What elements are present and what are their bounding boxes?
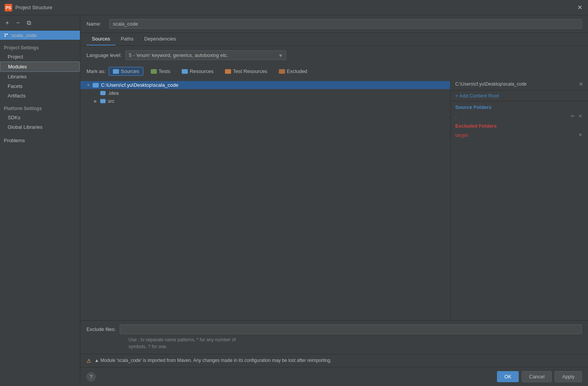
mark-as-excluded-button[interactable]: Excluded [275,67,311,76]
root-folder-icon [93,83,99,88]
svg-rect-2 [7,34,8,35]
project-settings-label: Project Settings [0,40,80,52]
language-row: Language level: 5 - 'enum' keyword, gene… [80,46,588,65]
info-header: C:\Users\cf.yu\Desktop\scala_code ✕ [451,78,588,91]
src-folder-icon [100,99,106,103]
warning-text: ▲ Module 'scala_code' is imported from M… [94,357,331,364]
tree-idea-name: .idea [108,90,119,96]
exclude-files-label: Exclude files: [86,326,116,332]
svg-rect-1 [5,34,6,35]
source-folders-title: Source Folders [455,104,583,110]
mark-as-row: Mark as: Sources Tests Resources Test Re… [80,65,588,78]
right-info-panel: C:\Users\cf.yu\Desktop\scala_code ✕ + Ad… [450,78,588,320]
app-icon: PS [5,4,12,11]
tree-src-name: src [108,98,114,104]
project-structure-window: PS Project Structure ✕ + − ⧉ [0,0,588,386]
file-tree: ▼ C:\Users\cf.yu\Desktop\scala_code .ide… [80,78,450,320]
main-content: + − ⧉ scala_code Project Settings Projec… [0,15,588,386]
source-folder-actions: ✏ ✕ [570,113,583,119]
name-input[interactable] [109,19,582,29]
exclude-files-row: Exclude files: [86,324,582,334]
tree-collapse-arrow: ▼ [86,83,91,88]
copy-module-button[interactable]: ⧉ [24,19,33,27]
source-folder-remove-button[interactable]: ✕ [577,113,583,119]
add-content-root-button[interactable]: + Add Content Root [451,91,588,101]
titlebar: PS Project Structure ✕ [0,0,588,15]
sidebar: + − ⧉ scala_code Project Settings Projec… [0,15,80,386]
module-item-scala-code[interactable]: scala_code [0,31,80,40]
help-button[interactable]: ? [86,372,96,381]
sidebar-item-problems[interactable]: Problems [0,136,80,145]
resources-folder-icon [182,69,188,74]
name-label: Name: [86,21,106,27]
info-panel-close-button[interactable]: ✕ [579,81,583,87]
excluded-folder-remove-button[interactable]: ✕ [577,132,583,138]
mark-as-resources-button[interactable]: Resources [178,67,218,76]
tree-root-path: C:\Users\cf.yu\Desktop\scala_code [101,82,178,88]
exclude-files-hint: Use ; to separate name patterns, * for a… [86,336,582,350]
warning-row: ⚠ ▲ Module 'scala_code' is imported from… [80,354,588,367]
sidebar-item-libraries[interactable]: Libraries [0,72,80,81]
sources-folder-icon [113,69,119,74]
tree-spacer [94,90,99,96]
language-label: Language level: [86,52,122,58]
mark-as-tests-button[interactable]: Tests [147,67,174,76]
excluded-folders-title: Excluded Folders [455,123,583,129]
module-name: scala_code [11,32,37,38]
idea-folder-icon [100,91,106,95]
source-folder-edit-button[interactable]: ✏ [570,113,576,119]
sidebar-item-global-libraries[interactable]: Global Libraries [0,122,80,132]
language-select-wrapper: 5 - 'enum' keyword, generics, autoboxing… [125,50,286,60]
close-button[interactable]: ✕ [576,4,583,11]
name-row: Name: [80,15,588,33]
sidebar-item-modules[interactable]: Modules [0,62,80,72]
apply-button[interactable]: Apply [555,371,582,382]
window-title: Project Structure [15,5,576,10]
tab-dependencies[interactable]: Dependencies [139,33,181,45]
svg-rect-0 [4,33,8,37]
tree-item-root[interactable]: ▼ C:\Users\cf.yu\Desktop\scala_code [80,81,450,89]
excluded-folder-path: target [455,132,468,138]
mark-as-label: Mark as: [86,68,106,74]
source-folders-section: Source Folders . ✏ ✕ Excluded Folders ta… [451,101,588,142]
svg-rect-3 [5,36,6,37]
tree-item-src[interactable]: ▶ src [80,97,450,105]
footer: ? OK Cancel Apply [80,367,588,386]
excluded-folder-icon [279,69,285,74]
right-panel: Name: Sources Paths Dependencies Languag… [80,15,588,386]
sidebar-item-project[interactable]: Project [0,52,80,62]
tree-src-arrow: ▶ [94,99,99,104]
language-level-select[interactable]: 5 - 'enum' keyword, generics, autoboxing… [125,50,286,60]
platform-settings-label: Platform Settings [0,101,80,113]
mark-as-sources-button[interactable]: Sources [109,67,143,76]
info-panel-path: C:\Users\cf.yu\Desktop\scala_code [455,81,527,87]
tab-sources[interactable]: Sources [86,33,116,45]
warning-icon: ⚠ [86,358,91,364]
sidebar-toolbar: + − ⧉ [0,15,80,31]
tabs-row: Sources Paths Dependencies [80,33,588,46]
cancel-button[interactable]: Cancel [522,371,552,382]
sidebar-item-facets[interactable]: Facets [0,81,80,91]
tree-item-idea[interactable]: .idea [80,89,450,97]
source-folder-path: . [455,114,457,119]
mark-as-test-resources-button[interactable]: Test Resources [221,67,272,76]
source-folder-item: . ✏ ✕ [455,112,583,120]
test-resources-folder-icon [225,69,231,74]
sidebar-item-artifacts[interactable]: Artifacts [0,91,80,101]
module-icon [3,32,9,38]
excluded-folder-item: target ✕ [455,131,583,139]
ok-button[interactable]: OK [497,371,519,382]
tab-paths[interactable]: Paths [116,33,139,45]
tests-folder-icon [151,69,157,74]
exclude-files-input[interactable] [120,324,582,334]
remove-module-button[interactable]: − [14,19,22,27]
content-area: ▼ C:\Users\cf.yu\Desktop\scala_code .ide… [80,78,588,320]
sidebar-item-sdks[interactable]: SDKs [0,113,80,122]
add-module-button[interactable]: + [3,19,11,27]
bottom-area: Exclude files: Use ; to separate name pa… [80,320,588,354]
